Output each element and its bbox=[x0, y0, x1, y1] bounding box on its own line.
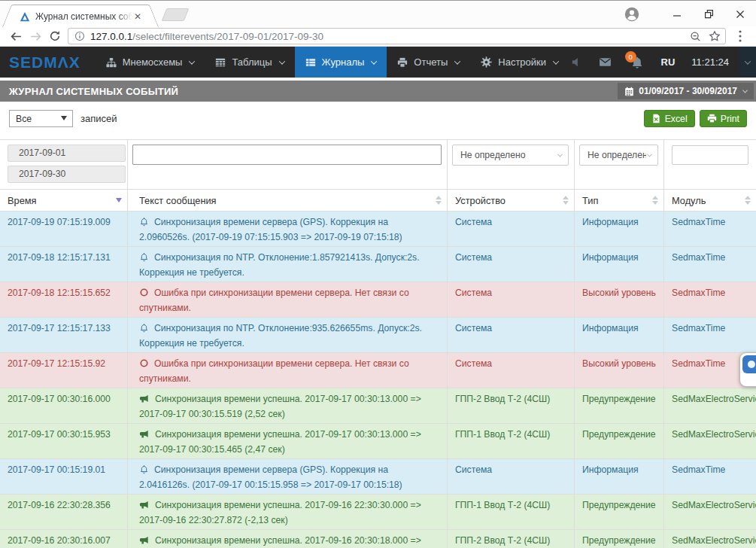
cell-time: 2017-09-17 00:15:19.01 bbox=[0, 459, 128, 494]
date-from-button[interactable]: 2017-09-01 bbox=[8, 145, 126, 162]
navbar-collapse-toggle[interactable] bbox=[739, 47, 756, 78]
cell-type: Информация bbox=[575, 459, 664, 494]
table-row[interactable]: 2017-09-19 07:15:19.009Синхронизация вре… bbox=[0, 212, 756, 247]
profile-avatar-icon[interactable] bbox=[624, 6, 640, 23]
browser-menu-icon[interactable] bbox=[730, 30, 750, 42]
sort-icon[interactable] bbox=[652, 190, 658, 211]
minimize-button-icon[interactable] bbox=[661, 3, 693, 26]
restore-button-icon[interactable] bbox=[693, 3, 724, 26]
cell-message: Синхронизация времени успешна. 2017-09-1… bbox=[128, 530, 448, 548]
cell-time: 2017-09-17 12:15:15.92 bbox=[0, 353, 128, 388]
table-row[interactable]: 2017-09-16 20:30:16.007Синхронизация вре… bbox=[0, 530, 756, 548]
table-row[interactable]: 2017-09-17 12:15:17.133Синхронизация по … bbox=[0, 318, 756, 353]
speaker-icon[interactable] bbox=[571, 56, 582, 68]
column-header-time[interactable]: Время bbox=[0, 190, 128, 211]
cell-device: ГПП-2 Ввод Т-2 (4СШ) bbox=[448, 530, 575, 548]
megaphone-icon bbox=[139, 500, 150, 513]
envelope-icon[interactable] bbox=[599, 56, 612, 68]
column-header-device[interactable]: Устройство bbox=[448, 190, 575, 211]
cell-type: Предупреждение bbox=[575, 495, 664, 529]
column-header-type[interactable]: Тип bbox=[575, 190, 664, 211]
notifications-bell[interactable]: 0 bbox=[631, 56, 643, 68]
table-row[interactable]: 2017-09-17 00:30:15.953Синхронизация вре… bbox=[0, 424, 756, 459]
device-filter-select[interactable]: Не определено bbox=[452, 145, 569, 166]
chevron-down-icon bbox=[647, 151, 652, 157]
cell-module: SedMaxElectroService bbox=[664, 388, 756, 423]
cell-message: Синхронизация времени сервера (GPS). Кор… bbox=[128, 212, 448, 246]
sort-icon[interactable] bbox=[745, 190, 751, 211]
cell-module: SedmaxTime bbox=[664, 282, 756, 317]
date-range-picker[interactable]: 01/09/2017 - 30/09/2017 bbox=[618, 83, 754, 99]
table-row[interactable]: 2017-09-18 12:15:17.131Синхронизация по … bbox=[0, 247, 756, 282]
sort-icon[interactable] bbox=[563, 190, 569, 211]
chevron-down-icon bbox=[745, 58, 751, 64]
cell-device: Система bbox=[448, 318, 575, 352]
cell-module: SedmaxTime bbox=[664, 318, 756, 352]
nav-item-tables[interactable]: Таблицы bbox=[205, 47, 294, 78]
column-header-message[interactable]: Текст сообщения bbox=[128, 190, 448, 211]
cell-type: Информация bbox=[575, 318, 664, 352]
table-row[interactable]: 2017-09-17 00:30:16.000Синхронизация вре… bbox=[0, 388, 756, 424]
cell-type: Предупреждение bbox=[575, 388, 664, 423]
nav-item-mnemoschemes[interactable]: Мнемосхемы bbox=[96, 47, 205, 78]
nav-item-journals[interactable]: Журналы bbox=[295, 47, 387, 78]
zoom-page-icon[interactable] bbox=[690, 31, 701, 42]
floating-widget[interactable] bbox=[739, 352, 756, 387]
module-filter-input[interactable] bbox=[672, 145, 748, 165]
tab-close-icon[interactable]: ✕ bbox=[132, 11, 143, 23]
close-button-icon[interactable] bbox=[724, 3, 756, 26]
browser-tab[interactable]: Журнал системных собы ✕ bbox=[14, 5, 147, 27]
language-switch[interactable]: RU bbox=[661, 56, 676, 68]
cell-type: Предупреждение bbox=[575, 530, 664, 548]
bookmark-star-icon[interactable] bbox=[709, 30, 721, 42]
records-label: записей bbox=[80, 113, 117, 124]
column-header-module[interactable]: Модуль bbox=[664, 190, 756, 211]
reload-icon[interactable] bbox=[45, 30, 65, 42]
new-tab-button[interactable] bbox=[162, 8, 190, 21]
page-title: ЖУРНАЛ СИСТЕМНЫХ СОБЫТИЙ bbox=[9, 86, 618, 97]
cell-device: Система bbox=[448, 282, 575, 317]
excel-file-icon bbox=[651, 114, 661, 123]
cell-type: Информация bbox=[575, 247, 664, 282]
url-bar[interactable]: 127.0.0.1/select/filterevents/2017-09-01… bbox=[68, 28, 726, 44]
cell-device: ГПП-1 Ввод Т-2 (4СШ) bbox=[448, 495, 575, 529]
date-to-button[interactable]: 2017-09-30 bbox=[8, 166, 126, 183]
table-row[interactable]: 2017-09-17 12:15:15.92Ошибка при синхрон… bbox=[0, 353, 756, 388]
table-row[interactable]: 2017-09-18 12:15:15.652Ошибка при синхро… bbox=[0, 282, 756, 318]
sedmax-logo[interactable]: SEDMΛX bbox=[0, 47, 96, 78]
date-range-value: 01/09/2017 - 30/09/2017 bbox=[639, 86, 737, 96]
table-icon bbox=[215, 57, 226, 68]
cell-module: SedmaxTime bbox=[664, 212, 756, 246]
cell-device: ГПП-1 Ввод Т-2 (4СШ) bbox=[448, 424, 575, 458]
browser-tab-strip: Журнал системных собы ✕ bbox=[0, 0, 756, 26]
megaphone-icon bbox=[139, 394, 150, 407]
module-filter-cell bbox=[664, 140, 756, 189]
table-row[interactable]: 2017-09-16 22:30:28.356Синхронизация вре… bbox=[0, 495, 756, 530]
sort-icon[interactable] bbox=[436, 190, 442, 211]
chevron-down-icon bbox=[557, 151, 563, 157]
app-navbar: SEDMΛX Мнемосхемы Таблицы Журналы Отчеты… bbox=[0, 47, 756, 78]
nav-item-reports[interactable]: Отчеты bbox=[387, 47, 470, 78]
cell-device: Система bbox=[448, 212, 575, 246]
type-filter-select[interactable]: Не определено bbox=[579, 145, 658, 166]
message-filter-input[interactable] bbox=[132, 145, 442, 165]
print-button[interactable]: Print bbox=[700, 110, 747, 127]
page-size-select[interactable]: Все bbox=[9, 110, 73, 127]
page-info-icon[interactable] bbox=[74, 31, 85, 41]
sort-desc-icon[interactable] bbox=[116, 190, 122, 211]
cell-device: Система bbox=[448, 353, 575, 388]
forward-icon[interactable] bbox=[26, 30, 45, 43]
events-table: 2017-09-01 2017-09-30 Не определено Не о… bbox=[0, 139, 756, 548]
cell-time: 2017-09-16 20:30:16.007 bbox=[0, 530, 128, 548]
excel-export-button[interactable]: Excel bbox=[644, 110, 695, 127]
printer-icon bbox=[397, 57, 408, 68]
table-row[interactable]: 2017-09-17 00:15:19.01Синхронизация врем… bbox=[0, 459, 756, 495]
message-filter-cell bbox=[128, 140, 448, 189]
date-filter-cell: 2017-09-01 2017-09-30 bbox=[0, 140, 128, 189]
back-icon[interactable] bbox=[6, 30, 26, 43]
bell-icon bbox=[139, 464, 149, 478]
cell-time: 2017-09-17 00:30:15.953 bbox=[0, 424, 128, 458]
nav-item-settings[interactable]: Настройки bbox=[470, 47, 569, 78]
cell-message: Ошибка при синхронизации времени сервера… bbox=[128, 353, 448, 388]
cell-message: Синхронизация времени успешна. 2017-09-1… bbox=[128, 388, 448, 423]
